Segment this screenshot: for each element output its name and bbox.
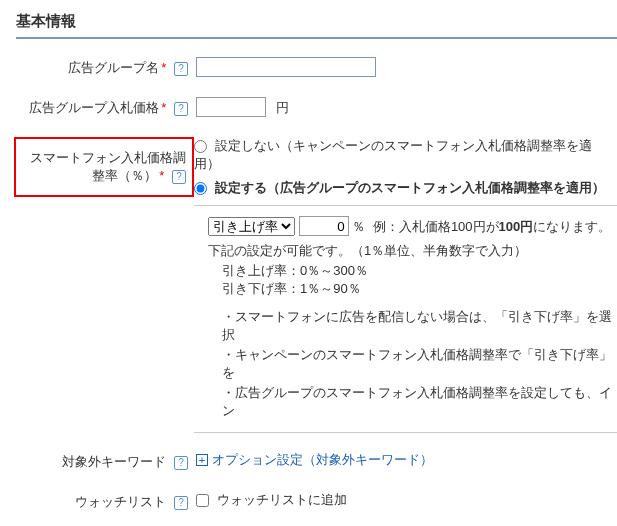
bid-unit: 円 bbox=[276, 100, 289, 115]
neg-keywords-link[interactable]: オプション設定（対象外キーワード） bbox=[212, 452, 433, 467]
help-icon[interactable]: ? bbox=[172, 170, 186, 184]
radio-sp-none-label[interactable]: 設定しない（キャンペーンのスマートフォン入札価格調整率を適用） bbox=[194, 138, 592, 171]
radio-sp-none[interactable] bbox=[194, 140, 207, 153]
radio-row-none: 設定しない（キャンペーンのスマートフォン入札価格調整率を適用） bbox=[194, 137, 617, 173]
radio-sp-set-label[interactable]: 設定する（広告グループのスマートフォン入札価格調整率を適用） bbox=[215, 180, 605, 195]
row-neg-keywords: 対象外キーワード ? +オプション設定（対象外キーワード） bbox=[16, 451, 617, 471]
label-watchlist: ウォッチリスト ? bbox=[16, 491, 196, 511]
example-bold: 100円 bbox=[499, 219, 534, 234]
label-text: 対象外キーワード bbox=[62, 454, 166, 469]
range-up: 引き上げ率：0％～300％ bbox=[222, 262, 617, 280]
pct-unit: ％ bbox=[352, 219, 365, 234]
note-list: ・スマートフォンに広告を配信しない場合は、「引き下げ率」を選択 ・キャンペーンの… bbox=[208, 308, 617, 420]
field-adgroup-name bbox=[196, 57, 617, 77]
field-watchlist: ウォッチリストに追加 bbox=[196, 491, 617, 509]
label-sp-bid-adj: スマートフォン入札価格調整率（％）* ? bbox=[14, 137, 194, 197]
field-adgroup-bid: 円 bbox=[196, 97, 617, 117]
range-down: 引き下げ率：1％～90％ bbox=[222, 280, 617, 298]
help-icon[interactable]: ? bbox=[174, 102, 188, 116]
note-2: ・キャンペーンのスマートフォン入札価格調整率で「引き下げ率」を bbox=[222, 346, 617, 382]
help-icon[interactable]: ? bbox=[174, 496, 188, 510]
example-suffix: になります。 bbox=[533, 219, 611, 234]
sp-rate-input[interactable] bbox=[299, 216, 349, 236]
plus-icon[interactable]: + bbox=[196, 454, 208, 466]
required-mark: * bbox=[161, 100, 166, 115]
direction-select[interactable]: 引き上げ率 bbox=[208, 217, 295, 236]
radio-row-set: 設定する（広告グループのスマートフォン入札価格調整率を適用） bbox=[194, 179, 617, 197]
field-sp-bid-adj: 設定しない（キャンペーンのスマートフォン入札価格調整率を適用） 設定する（広告グ… bbox=[194, 137, 617, 433]
radio-sp-set[interactable] bbox=[194, 182, 207, 195]
label-adgroup-bid: 広告グループ入札価格* ? bbox=[16, 97, 196, 117]
help-icon[interactable]: ? bbox=[174, 456, 188, 470]
label-neg-keywords: 対象外キーワード ? bbox=[16, 451, 196, 471]
label-adgroup-name: 広告グループ名* ? bbox=[16, 57, 196, 77]
label-text: 広告グループ名 bbox=[68, 60, 159, 75]
example-text: 例：入札価格100円が100円になります。 bbox=[373, 219, 611, 234]
range-head: 下記の設定が可能です。（1％単位、半角数字で入力） bbox=[208, 242, 617, 260]
label-text: 広告グループ入札価格 bbox=[29, 100, 159, 115]
row-adgroup-bid: 広告グループ入札価格* ? 円 bbox=[16, 97, 617, 117]
watchlist-checkbox-label[interactable]: ウォッチリストに追加 bbox=[217, 492, 347, 507]
watchlist-checkbox[interactable] bbox=[196, 494, 209, 507]
help-icon[interactable]: ? bbox=[174, 62, 188, 76]
adgroup-name-input[interactable] bbox=[196, 57, 376, 77]
adgroup-bid-input[interactable] bbox=[196, 97, 266, 117]
range-list: 引き上げ率：0％～300％ 引き下げ率：1％～90％ bbox=[208, 262, 617, 298]
row-adgroup-name: 広告グループ名* ? bbox=[16, 57, 617, 77]
note-3: ・広告グループのスマートフォン入札価格調整率を設定しても、イン bbox=[222, 384, 617, 420]
example-prefix: 例：入札価格100円が bbox=[373, 219, 499, 234]
required-mark: * bbox=[161, 60, 166, 75]
field-neg-keywords: +オプション設定（対象外キーワード） bbox=[196, 451, 617, 469]
sp-input-line: 引き上げ率 ％ 例：入札価格100円が100円になります。 bbox=[208, 216, 617, 236]
required-mark: * bbox=[159, 168, 164, 183]
row-watchlist: ウォッチリスト ? ウォッチリストに追加 bbox=[16, 491, 617, 511]
note-1: ・スマートフォンに広告を配信しない場合は、「引き下げ率」を選択 bbox=[222, 308, 617, 344]
sp-detail-box: 引き上げ率 ％ 例：入札価格100円が100円になります。 下記の設定が可能です… bbox=[194, 205, 617, 433]
section-title: 基本情報 bbox=[16, 12, 617, 39]
label-text: ウォッチリスト bbox=[75, 494, 166, 509]
row-sp-bid-adj: スマートフォン入札価格調整率（％）* ? 設定しない（キャンペーンのスマートフォ… bbox=[16, 137, 617, 433]
